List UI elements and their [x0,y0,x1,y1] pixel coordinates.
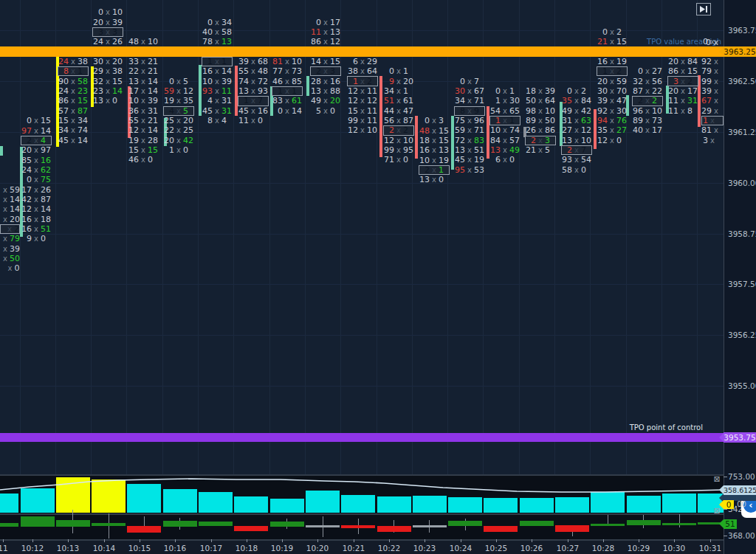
footprint-cell: 30x70 [597,86,628,96]
x-separator: x [394,96,403,105]
x-separator: x [394,125,403,135]
x-separator: x [103,27,112,37]
bid-volume: 13 [561,136,572,145]
x-separator: x [572,136,581,145]
grid-line [0,386,724,387]
time-tick [674,539,675,542]
footprint-cell: 2x1 [419,165,450,175]
time-tick [603,539,604,542]
bid-volume: 2 [562,145,572,155]
bid-volume: 25 [163,116,174,125]
x-separator: x [465,165,474,175]
x-separator: x [712,66,721,76]
bid-volume: 0 [21,175,32,184]
bid-volume: 35 [561,96,572,105]
footprint-chart-area[interactable]: x59x14x14x20x2x79x39x50x00x1597x142x420x… [0,0,724,474]
close-icon[interactable]: ⊠ [712,475,721,484]
footprint-cell: 57x87 [58,106,89,116]
bid-volume: 56 [383,116,394,125]
footprint-cell: 56x87 [383,116,414,125]
bid-volume: 0 [419,116,430,125]
ask-volume: 39 [112,18,123,27]
bid-volume: 15 [128,145,139,155]
footprint-cell: 32x15 [92,76,123,86]
time-label: 10:29 [628,544,650,553]
x-separator: x [430,136,439,145]
x-separator: x [174,145,183,155]
ask-volume: 93 [258,86,269,96]
ask-volume: 10 [403,136,414,145]
footprint-cell: 93x11 [202,86,233,96]
footprint-cell: 11x0 [238,116,269,125]
bid-volume: 0 [92,7,103,17]
imbalance-bar [235,66,238,116]
x-separator: x [608,106,616,116]
bid-volume: 2 [21,136,32,145]
bid-volume: 93 [561,155,572,165]
footprint-cell: 3x [701,136,724,145]
footprint-cell: 13x0 [419,175,450,184]
delta-bar [448,521,482,526]
footprint-cell: 13x0 [92,96,123,105]
x-separator: x [174,106,183,116]
x-separator: x [249,86,258,96]
grid-line [0,183,724,184]
x-separator: x [501,106,509,116]
ask-volume: 26 [112,37,123,46]
bid-volume: 0 [272,106,283,116]
ask-volume: 10 [148,37,159,46]
ask-volume: 27 [652,66,663,76]
footprint-cell: 45x19 [454,155,485,165]
footprint-column: 20x8486x153x220x1711x3111x8 [667,57,698,116]
bid-volume: 87 [632,86,643,96]
footprint-cell: 38x64 [347,66,378,76]
bid-volume: 78 [202,37,213,46]
bid-volume: 3 [93,27,103,37]
time-label: 10:30 [663,544,685,553]
imbalance-bar [594,109,597,149]
footprint-cell: 89x50 [525,116,556,125]
x-separator: x [32,136,41,145]
footprint-cell: 46x0 [128,155,159,165]
ask-volume: 20 [10,215,20,224]
footprint-cell: 29x38 [92,66,123,76]
ask-volume: 13 [221,37,233,46]
ask-volume: 0 [403,155,414,165]
delta-bar [306,525,340,527]
footprint-cell: 50x64 [525,96,556,105]
x-separator: x [394,77,403,86]
time-tick [317,539,318,542]
footprint-column: 0x19x2034x151x6144x4756x872x212x1099x957… [383,66,414,165]
bid-volume: 1 [272,86,283,96]
jump-to-latest-button[interactable] [696,3,711,15]
time-label: 10:25 [485,544,507,553]
ask-volume: 20 [330,96,341,105]
footprint-cell: 12x14 [21,204,52,214]
axis-tick [724,477,727,477]
x-separator: x [430,145,439,155]
footprint-cell: 24x26 [92,37,123,46]
bid-volume: 67 [701,96,712,105]
x-separator: x [430,165,439,175]
ask-volume: 87 [41,195,52,204]
ask-volume: 23 [78,86,89,96]
footprint-cell: 20x59 [597,76,628,86]
footprint-cell: 10x39 [202,76,233,86]
footprint-cell: 0x7 [454,77,485,86]
ask-volume: 71 [474,96,485,105]
ask-volume: 2 [616,66,627,76]
volume-panel[interactable] [0,476,724,513]
bid-volume: 24 [92,37,103,46]
bid-volume: 16 [202,66,213,76]
x-separator: x [139,96,148,105]
volume-bar [662,494,696,513]
footprint-cell: 0x2 [597,27,628,37]
ask-volume: 12 [581,125,592,135]
bid-volume: 0 [21,116,32,125]
footprint-column: 0x3440x5878x13 [202,17,233,46]
ask-volume: 3 [439,116,450,125]
footprint-cell: 30x67 [454,86,485,96]
ask-volume: 5 [545,145,556,155]
delta-bar [484,526,518,532]
x-separator: x [32,215,41,224]
